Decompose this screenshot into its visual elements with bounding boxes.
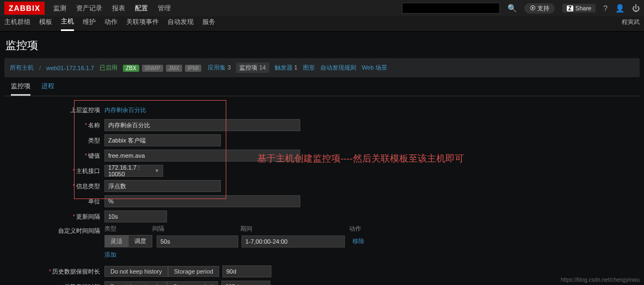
label-interval: 自定义时间间隔 [0, 225, 104, 235]
history-nokeep[interactable]: Do not keep history [104, 266, 168, 277]
crumb-triggers[interactable]: 触发器 [275, 64, 293, 71]
label-interface: 主机接口 [76, 168, 100, 174]
add-link[interactable]: 添加 [104, 251, 116, 258]
subnav-action[interactable]: 动作 [104, 17, 117, 30]
subnav-discovery[interactable]: 自动发现 [168, 17, 194, 30]
label-name: 名称 [88, 122, 100, 128]
nav-config[interactable]: 配置 [135, 4, 148, 13]
label-history: 历史数据保留时长 [52, 268, 100, 275]
trends-storage[interactable]: Storage period [167, 281, 218, 285]
label-key: 键值 [88, 152, 100, 159]
subnav-host[interactable]: 主机 [61, 17, 74, 31]
breadcrumb: 所有主机 / web01-172.16.1.7 已启用 ZBX SNMP JMX… [4, 58, 640, 77]
top-nav: 监测 资产记录 报表 配置 管理 [53, 4, 171, 13]
status-enabled: 已启用 [100, 64, 117, 72]
subnav-template[interactable]: 模板 [39, 17, 52, 30]
interval-period-input[interactable] [242, 236, 345, 247]
type-input[interactable] [104, 134, 221, 146]
crumb-graphs[interactable]: 图形 [303, 64, 315, 72]
crumb-items[interactable]: 监控项 [239, 64, 257, 71]
col-action: 动作 [349, 225, 371, 233]
help-icon[interactable]: ? [603, 4, 608, 13]
nav-admin[interactable]: 管理 [158, 4, 171, 13]
label-update: 更新间隔 [76, 213, 100, 220]
watermark: https://blog.csdn.net/chengyinwu [561, 277, 640, 283]
nav-reports[interactable]: 报表 [112, 4, 125, 13]
history-storage[interactable]: Storage period [168, 266, 219, 277]
col-interval: 间隔 [152, 225, 240, 233]
subnav-hostgroup[interactable]: 主机群组 [4, 17, 30, 30]
annotation-text: 基于主机创建监控项----然后关联模板至该主机即可 [257, 152, 464, 165]
subnav-service[interactable]: 服务 [202, 17, 215, 30]
label-info: 信息类型 [76, 183, 100, 189]
crumb-web[interactable]: Web 场景 [362, 64, 387, 72]
crumb-discovery[interactable]: 自动发现规则 [320, 64, 356, 72]
badge-snmp: SNMP [142, 65, 163, 72]
toggle-flexible[interactable]: 灵活 [104, 235, 128, 247]
col-type: 类型 [104, 225, 152, 233]
interface-select[interactable]: 172.16.1.7 : 10050▼ [104, 165, 163, 177]
share-button[interactable]: ZShare [562, 4, 596, 13]
subnav-correlation[interactable]: 关联项事件 [126, 17, 159, 30]
label-unit: 单位 [0, 197, 104, 206]
user-info: 程寅武 [622, 18, 640, 29]
crumb-apps[interactable]: 应用集 [208, 64, 226, 71]
tab-process[interactable]: 进程 [41, 82, 54, 96]
logo: ZABBIX [4, 2, 45, 15]
update-input[interactable] [104, 210, 167, 222]
label-parent: 上层监控项 [0, 106, 104, 114]
support-button[interactable]: ⦿ 支持 [524, 3, 555, 14]
subnav-maintenance[interactable]: 维护 [83, 17, 96, 30]
label-type: 类型 [0, 137, 104, 145]
col-period: 期间 [240, 225, 349, 233]
interval-value-input[interactable] [157, 236, 238, 247]
badge-zbx: ZBX [123, 65, 139, 72]
history-value-input[interactable] [222, 265, 271, 277]
remove-link[interactable]: 移除 [352, 237, 364, 245]
toggle-schedule[interactable]: 调度 [128, 235, 152, 247]
user-icon[interactable]: 👤 [615, 4, 624, 13]
search-input[interactable] [402, 3, 500, 14]
unit-input[interactable] [104, 195, 300, 207]
name-input[interactable] [104, 119, 300, 131]
power-icon[interactable]: ⏻ [632, 4, 640, 13]
page-title: 监控项 [0, 32, 644, 58]
badge-ipmi: IPMI [185, 65, 202, 72]
parent-link[interactable]: 内存剩余百分比 [104, 106, 146, 114]
info-input[interactable] [104, 180, 221, 192]
trends-value-input[interactable] [221, 281, 270, 285]
search-icon[interactable]: 🔍 [507, 4, 517, 13]
crumb-host[interactable]: web01-172.16.1.7 [46, 65, 94, 71]
badge-jmx: JMX [166, 65, 182, 72]
crumb-all-hosts[interactable]: 所有主机 [10, 64, 34, 72]
nav-inventory[interactable]: 资产记录 [76, 4, 102, 13]
chevron-down-icon: ▼ [154, 168, 159, 174]
label-trends: 趋势存储时间 [64, 283, 100, 286]
trends-nokeep[interactable]: Do not keep trends [104, 281, 167, 285]
nav-monitor[interactable]: 监测 [53, 4, 66, 13]
tab-item[interactable]: 监控项 [11, 82, 30, 96]
